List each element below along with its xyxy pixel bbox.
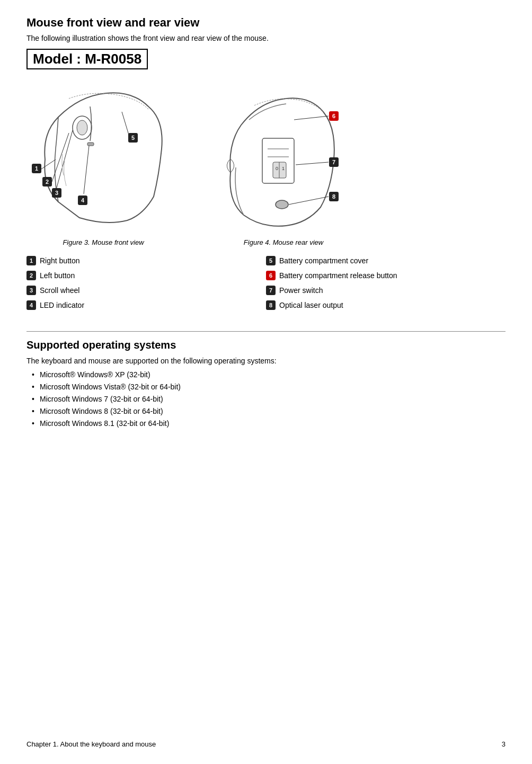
label-text-4: LED indicator bbox=[40, 301, 84, 309]
os-item-2: Microsoft Windows Vista® (32-bit or 64-b… bbox=[32, 383, 506, 391]
section2-title: Supported operating systems bbox=[26, 339, 506, 351]
figures-row: 1 2 3 4 5 Figure 3. Mouse fro bbox=[26, 80, 506, 246]
label-item-8: 8 Optical laser output bbox=[266, 300, 506, 310]
svg-text:1: 1 bbox=[282, 166, 285, 171]
figure3-caption: Figure 3. Mouse front view bbox=[63, 238, 144, 246]
labels-left-col: 1 Right button 2 Left button 3 Scroll wh… bbox=[26, 256, 266, 315]
label-item-2: 2 Left button bbox=[26, 271, 266, 280]
svg-text:4: 4 bbox=[81, 197, 85, 203]
svg-line-27 bbox=[296, 162, 329, 165]
svg-text:3: 3 bbox=[55, 190, 58, 196]
badge-6: 6 bbox=[266, 271, 276, 280]
os-item-5: Microsoft Windows 8.1 (32-bit or 64-bit) bbox=[32, 419, 506, 428]
label-item-3: 3 Scroll wheel bbox=[26, 286, 266, 295]
svg-line-6 bbox=[84, 146, 89, 194]
svg-point-1 bbox=[77, 120, 87, 135]
page-number: 3 bbox=[502, 740, 506, 748]
chapter-footer: Chapter 1. About the keyboard and mouse bbox=[26, 740, 156, 748]
model-label: Model : M-R0058 bbox=[26, 49, 148, 69]
label-text-5: Battery compartment cover bbox=[279, 256, 368, 265]
labels-right-col: 5 Battery compartment cover 6 Battery co… bbox=[266, 256, 506, 315]
badge-2: 2 bbox=[26, 271, 36, 280]
figure4-box: 0 1 6 bbox=[201, 80, 366, 246]
section-divider bbox=[26, 331, 506, 332]
main-title: Mouse front view and rear view bbox=[26, 16, 506, 30]
svg-text:8: 8 bbox=[332, 193, 335, 200]
badge-4: 4 bbox=[26, 300, 36, 310]
label-text-1: Right button bbox=[40, 256, 80, 265]
svg-text:2: 2 bbox=[46, 179, 49, 185]
os-item-4: Microsoft Windows 8 (32-bit or 64-bit) bbox=[32, 407, 506, 415]
svg-line-26 bbox=[294, 116, 329, 120]
svg-line-5 bbox=[56, 130, 73, 191]
intro-text: The following illustration shows the fro… bbox=[26, 34, 506, 42]
svg-text:0: 0 bbox=[276, 166, 278, 171]
svg-rect-2 bbox=[87, 143, 94, 146]
mouse-front-diagram: 1 2 3 4 5 bbox=[26, 80, 180, 235]
svg-line-3 bbox=[41, 159, 56, 169]
os-item-1: Microsoft® Windows® XP (32-bit) bbox=[32, 370, 506, 379]
label-text-6: Battery compartment release button bbox=[279, 271, 397, 280]
label-item-6: 6 Battery compartment release button bbox=[266, 271, 506, 280]
section2-intro: The keyboard and mouse are supported on … bbox=[26, 357, 506, 365]
label-text-7: Power switch bbox=[279, 286, 323, 295]
label-text-3: Scroll wheel bbox=[40, 286, 79, 295]
svg-text:6: 6 bbox=[332, 113, 335, 119]
figure3-box: 1 2 3 4 5 Figure 3. Mouse fro bbox=[26, 80, 180, 246]
label-item-1: 1 Right button bbox=[26, 256, 266, 265]
figure4-caption: Figure 4. Mouse rear view bbox=[244, 238, 323, 246]
label-text-8: Optical laser output bbox=[279, 301, 343, 309]
svg-text:7: 7 bbox=[332, 159, 335, 165]
os-list: Microsoft® Windows® XP (32-bit) Microsof… bbox=[26, 370, 506, 428]
svg-text:5: 5 bbox=[131, 135, 135, 141]
badge-7: 7 bbox=[266, 286, 276, 295]
labels-section: 1 Right button 2 Left button 3 Scroll wh… bbox=[26, 256, 506, 315]
svg-text:1: 1 bbox=[35, 165, 38, 172]
mouse-rear-diagram: 0 1 6 bbox=[201, 80, 366, 235]
label-item-4: 4 LED indicator bbox=[26, 300, 266, 310]
label-item-5: 5 Battery compartment cover bbox=[266, 256, 506, 265]
badge-3: 3 bbox=[26, 286, 36, 295]
badge-1: 1 bbox=[26, 256, 36, 265]
badge-5: 5 bbox=[266, 256, 276, 265]
label-text-2: Left button bbox=[40, 271, 75, 280]
os-item-3: Microsoft Windows 7 (32-bit or 64-bit) bbox=[32, 395, 506, 403]
badge-8: 8 bbox=[266, 300, 276, 310]
svg-point-25 bbox=[276, 200, 288, 209]
label-item-7: 7 Power switch bbox=[266, 286, 506, 295]
